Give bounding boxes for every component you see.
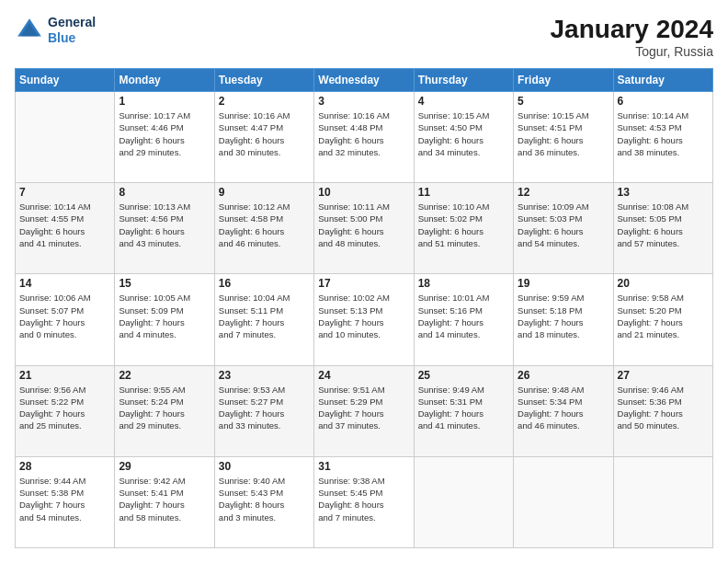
day-cell: 18Sunrise: 10:01 AM Sunset: 5:16 PM Dayl… [414, 274, 513, 365]
page-header: General Blue January 2024 Togur, Russia [15, 15, 713, 59]
header-row: SundayMondayTuesdayWednesdayThursdayFrid… [16, 69, 713, 92]
title-block: January 2024 Togur, Russia [551, 15, 713, 59]
week-row-1: 1Sunrise: 10:17 AM Sunset: 4:46 PM Dayli… [16, 92, 713, 183]
day-cell: 28Sunrise: 9:44 AM Sunset: 5:38 PM Dayli… [16, 456, 115, 547]
week-row-3: 14Sunrise: 10:06 AM Sunset: 5:07 PM Dayl… [16, 274, 713, 365]
day-info: Sunrise: 10:10 AM Sunset: 5:02 PM Daylig… [418, 201, 509, 249]
day-info: Sunrise: 9:48 AM Sunset: 5:34 PM Dayligh… [518, 384, 609, 432]
day-number: 6 [618, 95, 709, 108]
logo-text: General Blue [48, 15, 96, 46]
day-cell: 3Sunrise: 10:16 AM Sunset: 4:48 PM Dayli… [314, 92, 414, 183]
day-number: 27 [618, 369, 709, 382]
day-number: 23 [219, 369, 310, 382]
day-number: 3 [318, 95, 409, 108]
day-number: 10 [318, 186, 409, 199]
header-cell-tuesday: Tuesday [214, 69, 313, 92]
calendar-header: SundayMondayTuesdayWednesdayThursdayFrid… [16, 69, 713, 92]
day-cell: 1Sunrise: 10:17 AM Sunset: 4:46 PM Dayli… [115, 92, 214, 183]
day-number: 8 [119, 186, 210, 199]
day-cell: 19Sunrise: 9:59 AM Sunset: 5:18 PM Dayli… [514, 274, 613, 365]
header-cell-monday: Monday [115, 69, 214, 92]
day-info: Sunrise: 10:13 AM Sunset: 4:56 PM Daylig… [119, 201, 210, 249]
day-info: Sunrise: 9:56 AM Sunset: 5:22 PM Dayligh… [19, 384, 110, 432]
day-cell: 11Sunrise: 10:10 AM Sunset: 5:02 PM Dayl… [414, 183, 513, 274]
day-cell: 12Sunrise: 10:09 AM Sunset: 5:03 PM Dayl… [514, 183, 613, 274]
day-cell: 26Sunrise: 9:48 AM Sunset: 5:34 PM Dayli… [514, 365, 613, 456]
day-number: 28 [19, 460, 110, 473]
day-info: Sunrise: 10:02 AM Sunset: 5:13 PM Daylig… [318, 292, 409, 340]
day-number: 1 [119, 95, 210, 108]
logo: General Blue [15, 15, 96, 46]
day-cell: 7Sunrise: 10:14 AM Sunset: 4:55 PM Dayli… [16, 183, 115, 274]
day-cell: 31Sunrise: 9:38 AM Sunset: 5:45 PM Dayli… [314, 456, 414, 547]
header-cell-friday: Friday [514, 69, 613, 92]
header-cell-sunday: Sunday [16, 69, 115, 92]
day-number: 24 [318, 369, 409, 382]
day-info: Sunrise: 9:59 AM Sunset: 5:18 PM Dayligh… [518, 292, 609, 340]
day-number: 15 [119, 277, 210, 290]
day-info: Sunrise: 10:17 AM Sunset: 4:46 PM Daylig… [119, 109, 210, 158]
day-info: Sunrise: 10:06 AM Sunset: 5:07 PM Daylig… [19, 292, 110, 340]
day-info: Sunrise: 9:53 AM Sunset: 5:27 PM Dayligh… [219, 384, 310, 432]
week-row-5: 28Sunrise: 9:44 AM Sunset: 5:38 PM Dayli… [16, 456, 713, 547]
subtitle: Togur, Russia [551, 44, 713, 59]
day-info: Sunrise: 9:55 AM Sunset: 5:24 PM Dayligh… [119, 384, 210, 432]
day-cell: 15Sunrise: 10:05 AM Sunset: 5:09 PM Dayl… [115, 274, 214, 365]
header-cell-thursday: Thursday [414, 69, 513, 92]
day-number: 13 [618, 186, 709, 199]
day-info: Sunrise: 10:09 AM Sunset: 5:03 PM Daylig… [518, 201, 609, 249]
day-cell: 10Sunrise: 10:11 AM Sunset: 5:00 PM Dayl… [314, 183, 414, 274]
day-cell: 4Sunrise: 10:15 AM Sunset: 4:50 PM Dayli… [414, 92, 513, 183]
day-info: Sunrise: 9:46 AM Sunset: 5:36 PM Dayligh… [618, 384, 709, 432]
day-number: 20 [618, 277, 709, 290]
day-number: 9 [219, 186, 310, 199]
day-number: 17 [318, 277, 409, 290]
day-number: 25 [418, 369, 509, 382]
day-cell: 16Sunrise: 10:04 AM Sunset: 5:11 PM Dayl… [214, 274, 313, 365]
day-info: Sunrise: 9:40 AM Sunset: 5:43 PM Dayligh… [219, 475, 310, 523]
day-cell: 23Sunrise: 9:53 AM Sunset: 5:27 PM Dayli… [214, 365, 313, 456]
calendar-table: SundayMondayTuesdayWednesdayThursdayFrid… [15, 68, 713, 548]
day-info: Sunrise: 9:38 AM Sunset: 5:45 PM Dayligh… [318, 475, 409, 523]
day-info: Sunrise: 10:05 AM Sunset: 5:09 PM Daylig… [119, 292, 210, 340]
calendar-body: 1Sunrise: 10:17 AM Sunset: 4:46 PM Dayli… [16, 92, 713, 548]
day-info: Sunrise: 10:14 AM Sunset: 4:55 PM Daylig… [19, 201, 110, 249]
day-number: 14 [19, 277, 110, 290]
header-cell-saturday: Saturday [613, 69, 712, 92]
day-cell: 25Sunrise: 9:49 AM Sunset: 5:31 PM Dayli… [414, 365, 513, 456]
day-number: 7 [19, 186, 110, 199]
day-cell [514, 456, 613, 547]
day-cell: 30Sunrise: 9:40 AM Sunset: 5:43 PM Dayli… [214, 456, 313, 547]
day-number: 21 [19, 369, 110, 382]
day-cell: 21Sunrise: 9:56 AM Sunset: 5:22 PM Dayli… [16, 365, 115, 456]
day-number: 12 [518, 186, 609, 199]
day-cell: 24Sunrise: 9:51 AM Sunset: 5:29 PM Dayli… [314, 365, 414, 456]
day-number: 30 [219, 460, 310, 473]
day-number: 11 [418, 186, 509, 199]
day-number: 31 [318, 460, 409, 473]
day-info: Sunrise: 10:16 AM Sunset: 4:48 PM Daylig… [318, 109, 409, 158]
day-info: Sunrise: 9:49 AM Sunset: 5:31 PM Dayligh… [418, 384, 509, 432]
day-cell: 8Sunrise: 10:13 AM Sunset: 4:56 PM Dayli… [115, 183, 214, 274]
main-title: January 2024 [551, 15, 713, 44]
day-info: Sunrise: 9:51 AM Sunset: 5:29 PM Dayligh… [318, 384, 409, 432]
day-cell: 27Sunrise: 9:46 AM Sunset: 5:36 PM Dayli… [613, 365, 712, 456]
day-number: 19 [518, 277, 609, 290]
day-cell: 17Sunrise: 10:02 AM Sunset: 5:13 PM Dayl… [314, 274, 414, 365]
day-info: Sunrise: 9:58 AM Sunset: 5:20 PM Dayligh… [618, 292, 709, 340]
day-cell: 6Sunrise: 10:14 AM Sunset: 4:53 PM Dayli… [613, 92, 712, 183]
day-cell: 13Sunrise: 10:08 AM Sunset: 5:05 PM Dayl… [613, 183, 712, 274]
day-cell: 20Sunrise: 9:58 AM Sunset: 5:20 PM Dayli… [613, 274, 712, 365]
logo-icon [15, 16, 44, 45]
day-cell [16, 92, 115, 183]
day-number: 18 [418, 277, 509, 290]
week-row-2: 7Sunrise: 10:14 AM Sunset: 4:55 PM Dayli… [16, 183, 713, 274]
day-cell [414, 456, 513, 547]
week-row-4: 21Sunrise: 9:56 AM Sunset: 5:22 PM Dayli… [16, 365, 713, 456]
day-number: 22 [119, 369, 210, 382]
day-number: 29 [119, 460, 210, 473]
day-info: Sunrise: 9:42 AM Sunset: 5:41 PM Dayligh… [119, 475, 210, 523]
day-info: Sunrise: 10:12 AM Sunset: 4:58 PM Daylig… [219, 201, 310, 249]
day-info: Sunrise: 10:04 AM Sunset: 5:11 PM Daylig… [219, 292, 310, 340]
day-number: 16 [219, 277, 310, 290]
